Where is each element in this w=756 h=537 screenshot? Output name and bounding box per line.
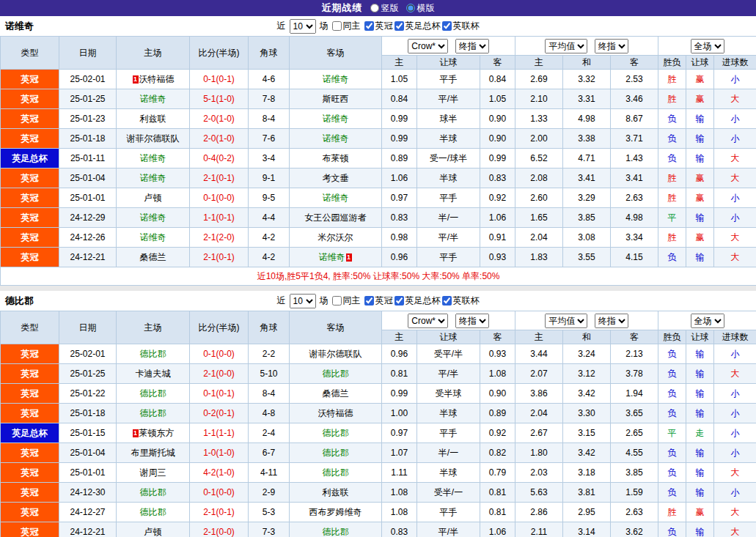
vertical-layout-option[interactable]: 竖版 (370, 2, 399, 15)
team-name: 西布罗姆维奇 (309, 507, 362, 517)
result-cell: 负 (658, 344, 686, 364)
match-row: 英冠25-01-23利兹联2-0(1-0)8-4诺维奇0.99球半0.901.3… (1, 109, 756, 129)
avg-home-cell: 2.04 (515, 228, 563, 248)
score-cell: 2-0(1-0) (190, 109, 249, 129)
team-name: 米尔沃尔 (318, 232, 353, 242)
odds-provider-select[interactable]: Crow* (408, 39, 448, 53)
league-filter[interactable]: 英足总杯 (394, 295, 441, 307)
scope-select[interactable]: 全场 (691, 39, 724, 53)
col-header-avg-home: 主 (515, 330, 563, 344)
recent-count-select[interactable]: 10 (290, 19, 316, 34)
goals-result-cell: 大 (714, 503, 756, 522)
handicap-result-cell: 输 (686, 109, 714, 129)
avg-type-select[interactable]: 平均值 (545, 39, 587, 53)
corners-cell: 7-3 (249, 522, 290, 537)
avg-stage-select[interactable]: 终指 (595, 314, 628, 328)
team-name: 桑德兰 (323, 388, 349, 399)
section-divider (0, 286, 756, 291)
avg-draw-cell: 3.29 (563, 188, 611, 208)
match-row: 英冠25-01-25诺维奇5-1(1-0)7-8斯旺西0.84平/半1.052.… (1, 89, 756, 109)
team-title: 德比郡 (5, 295, 34, 308)
away-odds-cell: 0.92 (480, 188, 515, 208)
avg-away-cell: 2.65 (611, 423, 658, 443)
team-name: 诺维奇 (323, 114, 349, 124)
horizontal-layout-option[interactable]: 横版 (406, 2, 435, 15)
avg-home-cell: 2.69 (515, 70, 563, 89)
vertical-layout-radio[interactable] (370, 4, 379, 12)
corners-cell: 4-2 (249, 228, 290, 248)
avg-home-cell: 1.65 (515, 208, 563, 228)
result-cell: 负 (658, 522, 686, 537)
same-home-filter[interactable]: 同主 (332, 295, 361, 307)
avg-draw-cell: 2.95 (563, 503, 611, 522)
team-name: 诺维奇 (140, 212, 166, 223)
col-header-home: 主场 (117, 311, 190, 344)
league-filter[interactable]: 英足总杯 (394, 20, 441, 32)
odds-stage-select[interactable]: 终指 (455, 314, 489, 328)
avg-stage-select[interactable]: 终指 (595, 39, 628, 53)
handicap-result-cell: 输 (686, 443, 714, 463)
same-home-filter[interactable]: 同主 (332, 20, 361, 32)
handicap-cell: 半球 (417, 463, 480, 483)
team-name: 德比郡 (323, 467, 349, 478)
horizontal-layout-radio[interactable] (406, 4, 415, 12)
corners-cell: 6-7 (249, 443, 290, 463)
result-cell: 胜 (658, 168, 686, 188)
score-cell: 5-1(1-0) (190, 89, 249, 109)
away-odds-cell: 0.81 (480, 483, 515, 503)
league-filter[interactable]: 英联杯 (442, 295, 480, 307)
team-name: 布莱顿 (323, 153, 349, 163)
same-home-checkbox[interactable] (332, 296, 342, 305)
scope-select[interactable]: 全场 (691, 314, 724, 328)
scope-select-cell: 全场 (658, 311, 756, 330)
league-filter[interactable]: 英联杯 (442, 20, 480, 32)
team-name: 德比郡 (323, 527, 349, 537)
match-row: 英冠24-12-30德比郡0-1(0-0)2-9利兹联1.08受半/一0.815… (1, 483, 756, 503)
league-filters: 英冠英足总杯英联杯 (364, 20, 480, 32)
odds-provider-select[interactable]: Crow* (408, 314, 448, 328)
result-cell: 负 (658, 364, 686, 384)
handicap-result-cell: 输 (686, 248, 714, 267)
team-name: 德比郡 (140, 408, 166, 418)
league-filter[interactable]: 英冠 (364, 20, 393, 32)
score-cell: 0-1(0-0) (190, 483, 249, 503)
away-team-cell: 德比郡 (290, 522, 382, 537)
league-filter-checkbox[interactable] (442, 21, 452, 31)
goals-result-cell: 大 (714, 522, 756, 537)
handicap-result-cell: 赢 (686, 188, 714, 208)
away-odds-cell: 0.84 (480, 70, 515, 89)
result-cell: 胜 (658, 503, 686, 522)
odds-stage-select[interactable]: 终指 (455, 39, 489, 53)
league-filter-checkbox[interactable] (364, 21, 374, 31)
avg-type-select[interactable]: 平均值 (545, 314, 587, 328)
corners-cell: 4-2 (249, 248, 290, 267)
col-header-avg-away: 客 (611, 56, 658, 70)
handicap-result-cell: 输 (686, 522, 714, 537)
date-cell: 25-01-18 (59, 129, 117, 149)
match-row: 英足总杯25-01-11诺维奇0-4(0-2)3-4布莱顿0.89受一/球半0.… (1, 149, 756, 168)
summary-text: 近10场,胜5平1负4, 胜率:50% 让球率:50% 大率:50% 单率:50… (1, 267, 756, 286)
date-cell: 25-01-23 (59, 109, 117, 129)
avg-away-cell: 1.94 (611, 384, 658, 404)
league-filter-checkbox[interactable] (394, 296, 404, 305)
league-filter[interactable]: 英冠 (364, 295, 393, 307)
handicap-cell: 平手 (417, 248, 480, 267)
handicap-cell: 平/半 (417, 364, 480, 384)
league-filter-label: 英冠 (375, 20, 393, 32)
league-filter-checkbox[interactable] (394, 21, 404, 31)
recent-count-select[interactable]: 10 (290, 294, 316, 308)
league-filter-label: 英冠 (375, 295, 393, 307)
avg-draw-cell: 3.38 (563, 129, 611, 149)
away-odds-cell: 0.93 (480, 344, 515, 364)
league-filter-checkbox[interactable] (364, 296, 374, 305)
corners-cell: 8-4 (249, 384, 290, 404)
away-team-cell: 诺维奇1 (290, 248, 382, 267)
date-cell: 25-01-25 (59, 89, 117, 109)
league-filter-checkbox[interactable] (442, 296, 452, 305)
top-bar: 近期战绩 竖版 横版 (0, 0, 756, 16)
avg-home-cell: 1.80 (515, 443, 563, 463)
home-odds-cell: 1.00 (382, 404, 417, 423)
same-home-checkbox[interactable] (332, 21, 342, 31)
league-filter-label: 英足总杯 (405, 20, 441, 32)
col-header-avg-draw: 和 (563, 330, 611, 344)
